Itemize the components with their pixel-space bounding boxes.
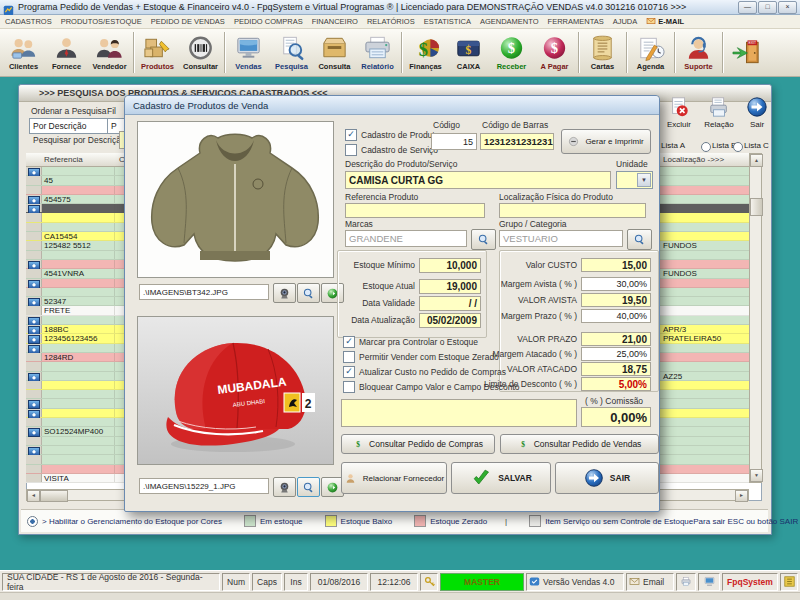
- toolbar-button-pesquisa[interactable]: Pesquisa: [270, 30, 313, 75]
- column-referencia[interactable]: Referencia: [44, 155, 83, 164]
- toolbar-button-receber[interactable]: $ Receber: [490, 30, 533, 75]
- column-localizacao[interactable]: Localização ->>>: [663, 155, 724, 164]
- close-button[interactable]: ×: [778, 1, 797, 14]
- action-sair[interactable]: Sair: [737, 96, 777, 129]
- field-data-validade[interactable]: / /: [419, 296, 481, 311]
- field-valor-avista[interactable]: 19,50: [581, 293, 651, 307]
- monitor-icon[interactable]: [698, 573, 720, 591]
- exit-dialog-button[interactable]: SAIR: [555, 462, 659, 494]
- horizontal-scroll-thumb[interactable]: [40, 490, 68, 502]
- action-excluir[interactable]: Excluir: [659, 96, 699, 129]
- color-management-toggle[interactable]: [27, 516, 38, 527]
- printer-icon[interactable]: [676, 573, 696, 591]
- field-limite-de-desconto[interactable]: 5,00%: [581, 377, 651, 391]
- action-rela-o[interactable]: Relação: [699, 96, 739, 129]
- toolbar-button-agenda[interactable]: Agenda: [629, 30, 672, 75]
- toolbar-button-item[interactable]: EXIT: [725, 30, 768, 75]
- scroll-right-icon[interactable]: ►: [735, 490, 748, 502]
- brands-search-button[interactable]: [471, 229, 496, 250]
- menu-item-email[interactable]: E-MAIL: [646, 17, 684, 27]
- generate-print-button[interactable]: Gerar e Imprimir: [561, 129, 651, 154]
- scroll-left-icon[interactable]: ◄: [27, 490, 40, 502]
- link-supplier-button[interactable]: Relacionar Fornecedor: [341, 462, 447, 494]
- toolbar-button-cartas[interactable]: Cartas: [581, 30, 624, 75]
- zoom-image-button-1[interactable]: [297, 283, 320, 303]
- menu-item-pedido-compras[interactable]: PEDIDO COMPRAS: [234, 17, 303, 26]
- maximize-button[interactable]: □: [758, 1, 777, 14]
- field-data-atualiza-o[interactable]: 05/02/2009: [419, 313, 481, 328]
- group-category-field[interactable]: VESTUARIO: [499, 230, 623, 247]
- checkbox-bloquear-campo-valor-e-campo-desconto[interactable]: Bloquear Campo Valor e Campo Desconto: [343, 381, 519, 393]
- description-field[interactable]: CAMISA CURTA GG: [345, 171, 611, 189]
- scroll-up-icon[interactable]: ▲: [750, 154, 763, 167]
- menu-item-pedido-de-vendas[interactable]: PEDIDO DE VENDAS: [151, 17, 225, 26]
- minimize-button[interactable]: —: [738, 1, 757, 14]
- menu-item-ferramentas[interactable]: FERRAMENTAS: [548, 17, 604, 26]
- menu-item-ajuda[interactable]: AJUDA: [613, 17, 638, 26]
- menu-item-cadastros[interactable]: CADASTROS: [5, 17, 52, 26]
- barcode-field[interactable]: 1231231231231: [480, 133, 554, 150]
- reference-field[interactable]: [345, 203, 485, 218]
- checkbox-icon[interactable]: [345, 144, 357, 156]
- checkbox-icon[interactable]: ✓: [343, 336, 355, 348]
- menu-item-agendamento[interactable]: AGENDAMENTO: [480, 17, 539, 26]
- checkbox-icon[interactable]: [343, 381, 355, 393]
- checkbox-cadastro-de-produtos[interactable]: ✓ Cadastro de Produtos: [345, 129, 444, 141]
- toolbar-button-fornece[interactable]: Fornece: [45, 30, 88, 75]
- save-button[interactable]: SALVAR: [451, 462, 551, 494]
- status-email[interactable]: Email: [626, 573, 674, 591]
- menu-item-financeiro[interactable]: FINANCEIRO: [312, 17, 358, 26]
- notes-field[interactable]: [341, 399, 577, 427]
- scroll-down-icon[interactable]: ▼: [750, 469, 763, 482]
- radio-lista-c[interactable]: [733, 142, 743, 152]
- toolbar-button-consulta[interactable]: Consulta: [313, 30, 356, 75]
- dialog-title-bar[interactable]: Cadastro de Produtos de Venda: [125, 96, 659, 115]
- field-estoque-m-nimo[interactable]: 10,000: [419, 258, 481, 273]
- checkbox-permitir-vender-com-estoque-zerado[interactable]: Permitir Vender com Estoque Zerado: [343, 351, 499, 363]
- menu-item-relat-rios[interactable]: RELATÓRIOS: [367, 17, 415, 26]
- physical-location-field[interactable]: [499, 203, 646, 218]
- menu-item-estatistica[interactable]: ESTATISTICA: [424, 17, 471, 26]
- toolbar-button-vendedor[interactable]: Vendedor: [88, 30, 131, 75]
- field-margem-avista[interactable]: 30,00%: [581, 277, 651, 291]
- group-search-button[interactable]: [627, 229, 652, 250]
- consult-purchase-orders-button[interactable]: $ Consultar Pedido de Compras: [341, 434, 495, 454]
- brands-field[interactable]: GRANDENE: [345, 230, 467, 247]
- toolbar-button-vendas[interactable]: Vendas: [227, 30, 270, 75]
- vertical-scroll-thumb[interactable]: [750, 198, 763, 216]
- consult-sales-orders-button[interactable]: $ Consultar Pedido de Vendas: [500, 434, 659, 454]
- checkbox-cadastro-de-servi-o[interactable]: Cadastro de Serviço: [345, 144, 438, 156]
- toolbar-button-clientes[interactable]: Clientes: [2, 30, 45, 75]
- field-margem-prazo[interactable]: 40,00%: [581, 309, 651, 323]
- checkbox-icon[interactable]: [343, 351, 355, 363]
- field-estoque-atual[interactable]: 19,000: [419, 279, 481, 294]
- toolbar-button-finan-as[interactable]: $ Finanças: [404, 30, 447, 75]
- toolbar: Clientes Fornece Vendedor Produtos Consu…: [0, 29, 800, 77]
- webcam-button-1[interactable]: [273, 283, 296, 303]
- field-valor-atacado[interactable]: 18,75: [581, 362, 651, 376]
- toolbar-button-consultar[interactable]: Consultar: [179, 30, 222, 75]
- toolbar-button-produtos[interactable]: Produtos: [136, 30, 179, 75]
- checkbox-atualizar-custo-no-pedido-de-compras[interactable]: ✓ Atualizar Custo no Pedido de Compras: [343, 366, 506, 378]
- field-valor-prazo[interactable]: 21,00: [581, 332, 651, 346]
- commission-field[interactable]: 0,00%: [581, 407, 651, 427]
- menu-item-produtos-estoque[interactable]: PRODUTOS/ESTOQUE: [61, 17, 142, 26]
- toolbar-button-relat-rio[interactable]: Relatório: [356, 30, 399, 75]
- toolbar-button-caixa[interactable]: $ CAIXA: [447, 30, 490, 75]
- checkbox-icon[interactable]: ✓: [345, 129, 357, 141]
- image-path-1[interactable]: .\IMAGENS\BT342.JPG: [139, 284, 269, 300]
- toolbar-button-suporte[interactable]: Suporte: [677, 30, 720, 75]
- checkbox-marcar-pra-controlar-o-estoque[interactable]: ✓ Marcar pra Controlar o Estoque: [343, 336, 478, 348]
- toolbar-button-a-pagar[interactable]: $ A Pagar: [533, 30, 576, 75]
- image-path-2[interactable]: .\IMAGENS\15229_1.JPG: [139, 478, 269, 494]
- vertical-scrollbar[interactable]: ▲ ▼: [749, 153, 762, 483]
- chevron-down-icon[interactable]: ▼: [637, 173, 651, 187]
- codigo-field[interactable]: 15: [431, 133, 477, 150]
- checkbox-icon[interactable]: ✓: [343, 366, 355, 378]
- webcam-button-2[interactable]: [273, 477, 296, 497]
- radio-lista-b[interactable]: [701, 142, 711, 152]
- unit-combo[interactable]: ▼: [616, 171, 653, 189]
- zoom-image-button-2[interactable]: [297, 477, 320, 497]
- field-valor-custo[interactable]: 15,00: [581, 258, 651, 272]
- field-margem-atacado[interactable]: 25,00%: [581, 347, 651, 361]
